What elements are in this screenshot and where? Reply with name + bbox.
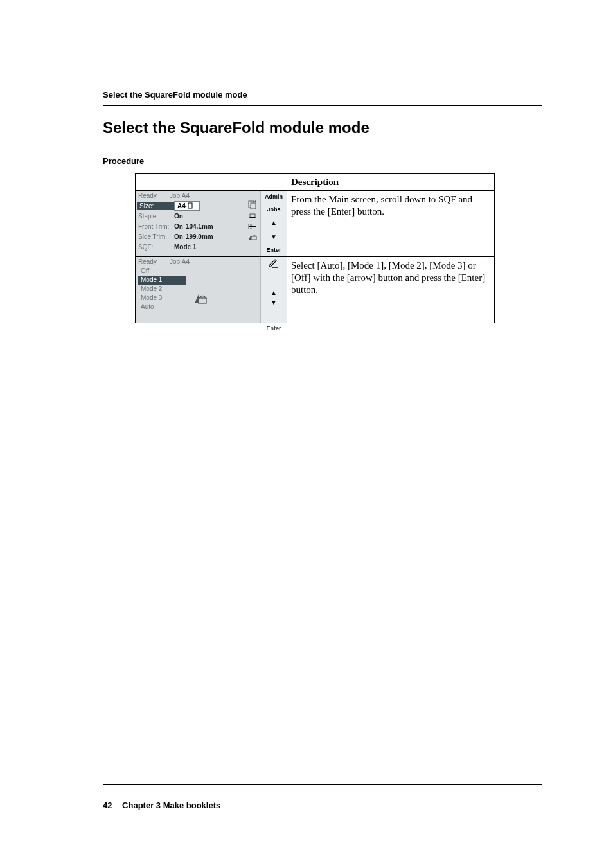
squarefold-icon: [193, 293, 208, 306]
lcd-side-panel: ▲ ▼ Enter: [260, 257, 287, 323]
up-arrow-button[interactable]: ▲: [271, 289, 277, 296]
lcd-size-label: Size:: [137, 202, 174, 210]
lcd-job-label: Job:A4: [170, 192, 190, 199]
header-rule: [103, 105, 542, 106]
list-item[interactable]: Mode 2: [138, 285, 260, 294]
procedure-label: Procedure: [103, 156, 542, 166]
list-item[interactable]: Mode 1: [138, 276, 186, 285]
lcd-sidetrim-value: 199.0mm: [186, 233, 213, 240]
enter-button[interactable]: Enter: [266, 247, 281, 253]
lcd-sqf-value: Mode 1: [174, 244, 196, 251]
lcd-status: Ready: [138, 192, 157, 199]
lcd-staple-label: Staple:: [138, 213, 174, 220]
squarefold-icon: [247, 233, 258, 241]
lcd-side-panel: Admin Jobs ▲ ▼ Enter: [260, 191, 287, 256]
jobs-button[interactable]: Jobs: [267, 207, 280, 213]
list-item[interactable]: Off: [138, 267, 260, 276]
lcd-job-label: Job:A4: [170, 258, 190, 265]
lcd-sqf-mode-screen: Ready Job:A4 Off Mode 1 Mode 2 Mode 3 Au…: [136, 257, 287, 323]
footer-rule: [103, 784, 542, 785]
lcd-size-value: A4: [174, 201, 200, 211]
lcd-row-sqf[interactable]: SQF: Mode 1: [138, 242, 260, 252]
lcd-sidetrim-on: On: [174, 233, 183, 240]
admin-button[interactable]: Admin: [265, 194, 283, 200]
page-footer: 42 Chapter 3 Make booklets: [103, 784, 542, 810]
lcd-row-size[interactable]: Size: A4: [138, 200, 260, 211]
lcd-main-screen: Ready Job:A4 Size: A4 Staple: On: [136, 191, 287, 256]
lcd-fronttrim-value: 104.1mm: [186, 223, 213, 230]
front-trim-icon: [247, 213, 258, 220]
lcd-fronttrim-on: On: [174, 223, 183, 230]
svg-rect-9: [251, 236, 256, 240]
lcd-fronttrim-label: Front Trim:: [138, 223, 174, 230]
svg-rect-0: [188, 203, 192, 208]
down-arrow-button[interactable]: ▼: [271, 233, 277, 240]
table-header-blank: [136, 174, 287, 191]
step-description: From the Main screen, scroll down to SQF…: [287, 191, 495, 257]
running-header: Select the SquareFold module mode: [103, 90, 542, 100]
lcd-staple-value: On: [174, 213, 183, 220]
svg-rect-10: [199, 298, 206, 303]
lcd-row-fronttrim[interactable]: Front Trim: On104.1mm: [138, 221, 260, 231]
lcd-row-staple[interactable]: Staple: On: [138, 211, 260, 221]
lcd-status: Ready: [138, 258, 157, 265]
lcd-row-sidetrim[interactable]: Side Trim: On199.0mm: [138, 231, 260, 242]
enter-button[interactable]: Enter: [266, 325, 281, 332]
page-number: 42: [103, 801, 112, 810]
table-row: Ready Job:A4 Size: A4 Staple: On: [136, 191, 495, 257]
orientation-icon: [247, 200, 258, 210]
chapter-label: Chapter 3 Make booklets: [122, 801, 220, 810]
table-header-description: Description: [287, 174, 495, 191]
step-description: Select [Auto], [Mode 1], [Mode 2], [Mode…: [287, 257, 495, 323]
side-trim-icon: [247, 223, 258, 231]
svg-rect-2: [251, 203, 256, 209]
up-arrow-button[interactable]: ▲: [271, 219, 277, 226]
procedure-table: Description Ready Job:A4 Size:: [135, 173, 495, 323]
lcd-sqf-label: SQF:: [138, 244, 174, 251]
edit-icon[interactable]: [269, 259, 279, 270]
table-row: Ready Job:A4 Off Mode 1 Mode 2 Mode 3 Au…: [136, 257, 495, 323]
down-arrow-button[interactable]: ▼: [271, 299, 277, 306]
lcd-sidetrim-label: Side Trim:: [138, 233, 174, 240]
section-title: Select the SquareFold module mode: [103, 119, 542, 137]
